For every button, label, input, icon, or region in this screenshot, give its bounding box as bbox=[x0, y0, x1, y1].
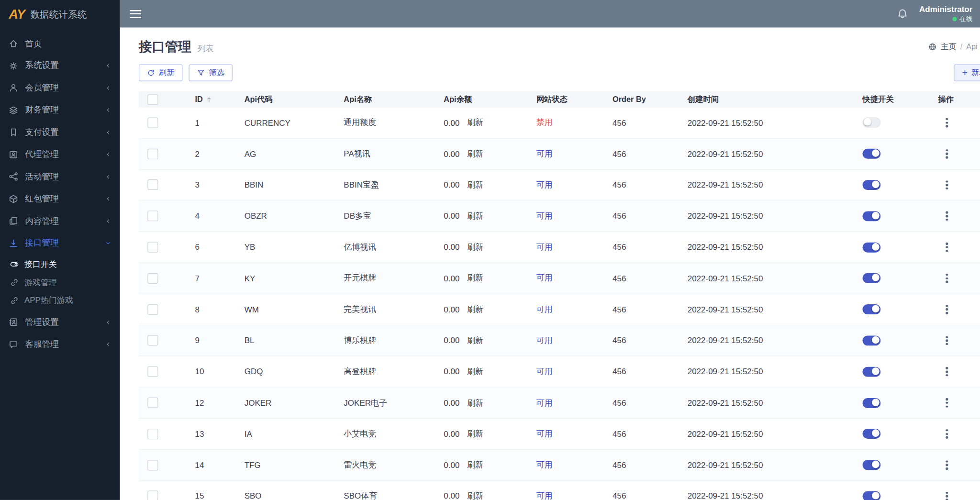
sidebar-subitem[interactable]: 接口开关 bbox=[0, 255, 120, 273]
balance-refresh-link[interactable]: 刷新 bbox=[467, 117, 483, 129]
row-checkbox[interactable] bbox=[147, 242, 158, 253]
quick-switch-toggle[interactable] bbox=[862, 273, 880, 283]
quick-switch-toggle[interactable] bbox=[862, 398, 880, 408]
sidebar-item[interactable]: 活动管理 bbox=[0, 166, 120, 188]
cell-order-by: 456 bbox=[604, 491, 679, 500]
col-id[interactable]: ID bbox=[186, 95, 235, 104]
cell-select bbox=[139, 273, 186, 284]
quick-switch-toggle[interactable] bbox=[862, 211, 880, 221]
cell-order-by: 456 bbox=[604, 149, 679, 159]
row-actions-icon[interactable] bbox=[943, 178, 950, 192]
hamburger-menu-icon[interactable] bbox=[130, 8, 142, 20]
sidebar-item[interactable]: 接口管理 bbox=[0, 232, 120, 254]
row-checkbox[interactable] bbox=[147, 148, 158, 159]
balance-refresh-link[interactable]: 刷新 bbox=[467, 366, 483, 378]
quick-switch-toggle[interactable] bbox=[862, 118, 880, 128]
quick-switch-toggle[interactable] bbox=[862, 491, 880, 500]
row-checkbox[interactable] bbox=[147, 429, 158, 439]
bell-icon[interactable] bbox=[897, 8, 908, 20]
quick-switch-toggle[interactable] bbox=[862, 429, 880, 439]
row-actions-icon[interactable] bbox=[943, 271, 950, 286]
cell-api-code: IA bbox=[235, 429, 335, 439]
row-actions-icon[interactable] bbox=[943, 115, 950, 130]
row-checkbox[interactable] bbox=[147, 117, 158, 128]
row-actions-icon[interactable] bbox=[943, 302, 950, 317]
sidebar-item[interactable]: 支付设置 bbox=[0, 121, 120, 143]
online-dot bbox=[953, 17, 957, 21]
user-menu[interactable]: Administrator 在线 bbox=[919, 5, 972, 23]
balance-refresh-link[interactable]: 刷新 bbox=[467, 148, 483, 160]
balance-refresh-link[interactable]: 刷新 bbox=[467, 304, 483, 315]
col-id-label: ID bbox=[195, 95, 203, 104]
row-actions-icon[interactable] bbox=[943, 365, 950, 379]
quick-switch-toggle[interactable] bbox=[862, 335, 880, 345]
row-actions-icon[interactable] bbox=[943, 427, 950, 441]
row-actions-icon[interactable] bbox=[943, 396, 950, 410]
balance-refresh-link[interactable]: 刷新 bbox=[467, 459, 483, 471]
balance-refresh-link[interactable]: 刷新 bbox=[467, 273, 483, 284]
sidebar-item[interactable]: 系统设置 bbox=[0, 55, 120, 77]
quick-switch-toggle[interactable] bbox=[862, 460, 880, 470]
cell-api-name: PA视讯 bbox=[335, 148, 435, 160]
status-text: 禁用 bbox=[536, 117, 553, 129]
row-actions-icon[interactable] bbox=[943, 240, 950, 254]
cell-id: 3 bbox=[186, 180, 235, 190]
quick-switch-toggle[interactable] bbox=[862, 149, 880, 159]
col-order-by: Order By bbox=[604, 95, 679, 104]
sidebar-subitem[interactable]: 游戏管理 bbox=[0, 273, 120, 291]
sidebar: AY 数据统计系统 首页系统设置会员管理财务管理支付设置代理管理活动管理红包管理… bbox=[0, 0, 120, 500]
breadcrumb-home[interactable]: 主页 bbox=[941, 42, 957, 52]
row-checkbox[interactable] bbox=[147, 211, 158, 222]
balance-refresh-link[interactable]: 刷新 bbox=[467, 335, 483, 346]
balance-refresh-link[interactable]: 刷新 bbox=[467, 211, 483, 222]
balance-refresh-link[interactable]: 刷新 bbox=[467, 428, 483, 440]
quick-switch-toggle[interactable] bbox=[862, 180, 880, 190]
quick-switch-toggle[interactable] bbox=[862, 367, 880, 377]
sidebar-subitem-label: 游戏管理 bbox=[24, 277, 57, 288]
row-actions-icon[interactable] bbox=[943, 146, 950, 161]
cell-id: 14 bbox=[186, 460, 235, 470]
sidebar-item[interactable]: 红包管理 bbox=[0, 188, 120, 210]
sidebar-item[interactable]: 财务管理 bbox=[0, 99, 120, 121]
cell-id: 6 bbox=[186, 243, 235, 252]
sidebar-item-label: 支付设置 bbox=[25, 127, 105, 138]
toggle-knob bbox=[872, 367, 880, 375]
toggle-knob bbox=[872, 180, 880, 188]
balance-refresh-link[interactable]: 刷新 bbox=[467, 397, 483, 409]
cell-site-status: 可用 bbox=[527, 211, 603, 222]
balance-refresh-link[interactable]: 刷新 bbox=[467, 179, 483, 191]
row-actions-icon[interactable] bbox=[943, 489, 950, 500]
filter-button[interactable]: 筛选 bbox=[189, 65, 232, 81]
sidebar-item[interactable]: 管理设置 bbox=[0, 311, 120, 333]
row-checkbox[interactable] bbox=[147, 273, 158, 284]
cell-api-code: KY bbox=[235, 274, 335, 283]
balance-value: 0.00 bbox=[444, 305, 459, 314]
quick-switch-toggle[interactable] bbox=[862, 304, 880, 314]
balance-refresh-link[interactable]: 刷新 bbox=[467, 490, 483, 500]
row-actions-icon[interactable] bbox=[943, 209, 950, 223]
sidebar-item[interactable]: 首页 bbox=[0, 33, 120, 55]
select-all-checkbox[interactable] bbox=[147, 94, 158, 105]
status-text: 可用 bbox=[536, 459, 553, 471]
sidebar-item[interactable]: 客服管理 bbox=[0, 333, 120, 356]
row-checkbox[interactable] bbox=[147, 398, 158, 408]
balance-refresh-link[interactable]: 刷新 bbox=[467, 242, 483, 253]
row-actions-icon[interactable] bbox=[943, 458, 950, 472]
add-button[interactable]: + 新增 bbox=[954, 65, 980, 81]
row-checkbox[interactable] bbox=[147, 367, 158, 377]
brand[interactable]: AY 数据统计系统 bbox=[0, 0, 120, 29]
row-checkbox[interactable] bbox=[147, 460, 158, 470]
sidebar-item[interactable]: 内容管理 bbox=[0, 210, 120, 232]
row-checkbox[interactable] bbox=[147, 335, 158, 346]
row-checkbox[interactable] bbox=[147, 179, 158, 190]
row-actions-icon[interactable] bbox=[943, 333, 950, 348]
cell-order-by: 456 bbox=[604, 274, 679, 283]
sidebar-subitem[interactable]: APP热门游戏 bbox=[0, 291, 120, 310]
refresh-button[interactable]: 刷新 bbox=[139, 65, 182, 81]
cogs-icon bbox=[9, 61, 18, 71]
sidebar-item[interactable]: 会员管理 bbox=[0, 77, 120, 99]
quick-switch-toggle[interactable] bbox=[862, 242, 880, 252]
row-checkbox[interactable] bbox=[147, 304, 158, 315]
sidebar-item[interactable]: 代理管理 bbox=[0, 144, 120, 166]
row-checkbox[interactable] bbox=[147, 491, 158, 500]
